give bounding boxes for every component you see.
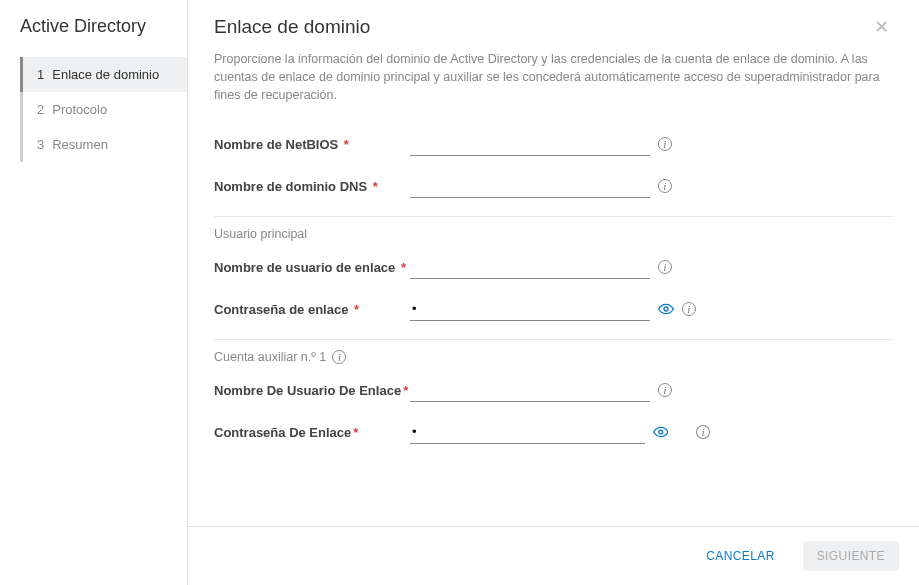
main-panel: Enlace de dominio ✕ Proporcione la infor… [188, 0, 919, 585]
sidebar-title: Active Directory [0, 16, 187, 57]
cancel-button[interactable]: CANCELAR [692, 541, 789, 571]
primary-username-input[interactable] [410, 255, 650, 279]
wizard-footer: CANCELAR SIGUIENTE [188, 526, 919, 585]
row-netbios: Nombre de NetBIOS * i [214, 132, 893, 156]
label-primary-username: Nombre de usuario de enlace * [214, 260, 410, 275]
next-button[interactable]: SIGUIENTE [803, 541, 899, 571]
input-wrap: i [410, 420, 710, 444]
input-wrap: i [410, 297, 710, 321]
required-mark: * [353, 425, 358, 440]
input-wrap: i [410, 132, 710, 156]
main-header: Enlace de dominio ✕ [188, 0, 919, 46]
aux-password-input[interactable] [410, 420, 645, 444]
svg-point-0 [664, 307, 668, 311]
info-icon[interactable]: i [658, 137, 672, 151]
required-mark: * [369, 179, 378, 194]
eye-icon[interactable] [653, 424, 669, 440]
steps-list: 1 Enlace de dominio 2 Protocolo 3 Resume… [20, 57, 187, 162]
info-icon[interactable]: i [696, 425, 710, 439]
step-number: 2 [37, 102, 44, 117]
step-domain-bind[interactable]: 1 Enlace de dominio [20, 57, 187, 92]
divider [214, 339, 893, 340]
aux-username-input[interactable] [410, 378, 650, 402]
row-aux-password: Contraseña De Enlace* i [214, 420, 893, 444]
info-icon[interactable]: i [658, 179, 672, 193]
row-primary-username: Nombre de usuario de enlace * i [214, 255, 893, 279]
section-aux-title: Cuenta auxiliar n.º 1 i [214, 350, 893, 364]
step-label: Enlace de dominio [52, 67, 159, 82]
close-icon[interactable]: ✕ [870, 16, 893, 38]
info-icon[interactable]: i [682, 302, 696, 316]
required-mark: * [350, 302, 359, 317]
step-label: Protocolo [52, 102, 107, 117]
section-primary-title: Usuario principal [214, 227, 893, 241]
step-label: Resumen [52, 137, 108, 152]
step-summary[interactable]: 3 Resumen [23, 127, 187, 162]
required-mark: * [340, 137, 349, 152]
step-number: 3 [37, 137, 44, 152]
svg-point-1 [659, 430, 663, 434]
wizard-sidebar: Active Directory 1 Enlace de dominio 2 P… [0, 0, 188, 585]
label-dnsdomain: Nombre de dominio DNS * [214, 179, 410, 194]
row-aux-username: Nombre De Usuario De Enlace* i [214, 378, 893, 402]
netbios-input[interactable] [410, 132, 650, 156]
info-icon[interactable]: i [658, 383, 672, 397]
input-wrap: i [410, 378, 710, 402]
label-primary-password: Contraseña de enlace * [214, 302, 410, 317]
input-wrap: i [410, 255, 710, 279]
step-number: 1 [37, 67, 44, 82]
input-wrap: i [410, 174, 710, 198]
primary-password-input[interactable] [410, 297, 650, 321]
required-mark: * [397, 260, 406, 275]
label-netbios: Nombre de NetBIOS * [214, 137, 410, 152]
required-mark: * [403, 383, 408, 398]
info-icon[interactable]: i [658, 260, 672, 274]
row-dnsdomain: Nombre de dominio DNS * i [214, 174, 893, 198]
description-text: Proporcione la información del dominio d… [188, 46, 919, 118]
step-protocol[interactable]: 2 Protocolo [23, 92, 187, 127]
dnsdomain-input[interactable] [410, 174, 650, 198]
label-aux-username: Nombre De Usuario De Enlace* [214, 383, 410, 398]
eye-icon[interactable] [658, 301, 674, 317]
label-aux-password: Contraseña De Enlace* [214, 425, 410, 440]
divider [214, 216, 893, 217]
info-icon[interactable]: i [332, 350, 346, 364]
page-title: Enlace de dominio [214, 16, 370, 38]
row-primary-password: Contraseña de enlace * i [214, 297, 893, 321]
form-area: Nombre de NetBIOS * i Nombre de dominio … [188, 118, 919, 526]
